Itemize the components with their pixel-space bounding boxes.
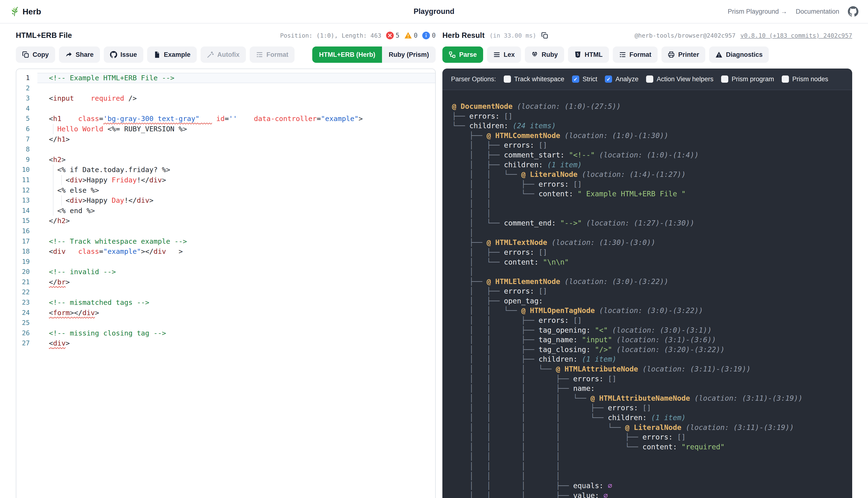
html-button[interactable]: 5 HTML — [568, 47, 609, 63]
ast-line: │ ├── errors: [] — [452, 141, 843, 150]
line-number: 4 — [16, 104, 37, 114]
parser-option-prism-program[interactable]: Prism program — [721, 76, 774, 83]
format-button[interactable]: Format — [250, 47, 295, 63]
code-line[interactable]: 16 — [16, 226, 435, 236]
code-line[interactable]: 5<h1 class='bg-gray-300 text-gray" id=''… — [16, 114, 435, 124]
ast-line: ├── @ HTMLCommentNode (location: (1:0)-(… — [452, 131, 843, 141]
ast-line: │ │ ├── tag_opening: "<" (location: (3:0… — [452, 326, 843, 335]
code-line[interactable]: 21</br> — [16, 277, 435, 287]
code-line[interactable]: 17<!-- Track whitespace example --> — [16, 236, 435, 247]
code-line[interactable]: 20<!-- invalid --> — [16, 267, 435, 277]
checkbox-checked-icon[interactable]: ✓ — [605, 76, 612, 83]
autofix-button[interactable]: Autofix — [201, 47, 246, 63]
code-line[interactable]: 2 — [16, 83, 435, 93]
tab-ruby-prism[interactable]: Ruby (Prism) — [382, 47, 436, 63]
code-line[interactable]: 4 — [16, 104, 435, 114]
line-number: 20 — [16, 267, 37, 277]
result-format-button[interactable]: Format — [613, 47, 658, 63]
ast-line: │ │ ├── errors: [] — [452, 180, 843, 189]
warning-badge-icon — [404, 31, 412, 39]
build-info: @herb-tools/browser@2402c957 v0.8.10 (+1… — [635, 32, 852, 39]
ast-line: │ │ │ ├── equals: ∅ — [452, 481, 843, 491]
code-line[interactable]: 23<!-- mismatched tags --> — [16, 298, 435, 308]
code-line[interactable]: 25 — [16, 318, 435, 328]
line-number: 16 — [16, 226, 37, 236]
indent-guide — [53, 206, 53, 216]
ast-tree: @ DocumentNode (location: (1:0)-(27:5))├… — [443, 90, 852, 498]
line-number: 7 — [16, 134, 37, 145]
line-number: 3 — [16, 93, 37, 104]
example-button[interactable]: Example — [147, 47, 197, 63]
parser-option-prism-nodes[interactable]: Prism nodes — [782, 76, 828, 83]
brand-name: Herb — [23, 7, 41, 16]
parser-option-track-whitespace[interactable]: Track whitespace — [504, 76, 564, 83]
code-line[interactable]: 27<div> — [16, 338, 435, 349]
copy-button[interactable]: Copy — [16, 47, 55, 63]
code-line[interactable]: 1<!-- Example HTML+ERB File --> — [16, 73, 435, 83]
code-line[interactable]: 18<div class="example"></div > — [16, 246, 435, 257]
right-panel-title: Herb Result — [443, 31, 485, 40]
code-line[interactable]: 24<form></div> — [16, 308, 435, 318]
parser-option-strict[interactable]: ✓Strict — [572, 76, 597, 83]
parse-button[interactable]: Parse — [443, 47, 483, 63]
code-line[interactable]: 15</h2> — [16, 216, 435, 226]
ast-line: │ │ — [452, 209, 843, 219]
code-line[interactable]: 11 <div>Happy Friday!</div> — [16, 175, 435, 185]
herb-leaf-icon — [10, 7, 19, 16]
code-line[interactable]: 8 — [16, 144, 435, 155]
parser-options-label: Parser Options: — [451, 76, 496, 83]
ruby-button[interactable]: Ruby — [525, 47, 564, 63]
code-line[interactable]: 6 Hello World <%= RUBY_VERSION %> — [16, 124, 435, 134]
checkbox-icon[interactable] — [504, 76, 511, 83]
share-button[interactable]: Share — [59, 47, 100, 63]
code-line[interactable]: 26<!-- missing closing tag --> — [16, 328, 435, 338]
checkbox-icon[interactable] — [721, 76, 728, 83]
code-line[interactable]: 10 <% if Date.today.friday? %> — [16, 165, 435, 175]
code-line[interactable]: 7</h1> — [16, 134, 435, 145]
code-line[interactable]: 13 <div>Happy Day!</div> — [16, 195, 435, 206]
file-icon — [153, 51, 160, 58]
ast-line: │ ├── errors: [] — [452, 248, 843, 258]
code-line[interactable]: 19 — [16, 257, 435, 267]
lex-button[interactable]: Lex — [487, 47, 521, 63]
indent-guide — [53, 185, 53, 196]
copy-result-icon[interactable] — [541, 32, 548, 39]
code-editor[interactable]: 1<!-- Example HTML+ERB File -->23<input … — [16, 68, 436, 498]
error-badge-icon — [386, 31, 394, 39]
result-column: Herb Result (in 33.00 ms) @herb-tools/br… — [443, 24, 852, 498]
ast-line: │ │ │ │ — [452, 452, 843, 461]
checkbox-checked-icon[interactable]: ✓ — [572, 76, 579, 83]
warning-count: 0 — [414, 32, 418, 39]
nav-prism-playground[interactable]: Prism Playground → — [728, 8, 787, 15]
ast-line: │ └── comment_end: "-->" (location: (1:2… — [452, 218, 843, 228]
printer-button[interactable]: Printer — [661, 47, 705, 63]
ast-line: │ │ │ │ — [452, 461, 843, 471]
lex-list-icon — [493, 51, 500, 58]
issue-button[interactable]: Issue — [104, 47, 143, 63]
version-link[interactable]: v0.8.10 (+183 commits) 2402c957 — [740, 32, 852, 39]
ast-line: │ │ │ │ — [452, 471, 843, 481]
github-icon — [110, 51, 117, 58]
app-header: Herb Playground Prism Playground → Docum… — [0, 0, 868, 24]
code-line[interactable]: 14 <% end %> — [16, 206, 435, 216]
code-line[interactable]: 3<input required /> — [16, 93, 435, 104]
code-line[interactable]: 9<h2> — [16, 155, 435, 165]
parser-option-analyze[interactable]: ✓Analyze — [605, 76, 639, 83]
github-icon[interactable] — [848, 6, 858, 17]
source-toolbar: Copy Share Issue Example Autofix — [16, 47, 436, 63]
checkbox-icon[interactable] — [782, 76, 789, 83]
diagnostics-button[interactable]: Diagnostics — [709, 47, 769, 63]
checkbox-icon[interactable] — [646, 76, 653, 83]
code-line[interactable]: 12 <% else %> — [16, 185, 435, 196]
nav-documentation[interactable]: Documentation — [795, 8, 839, 15]
tab-html-erb-herb[interactable]: HTML+ERB (Herb) — [312, 47, 382, 63]
parser-option-label: Prism nodes — [792, 76, 828, 83]
parser-option-action-view-helpers[interactable]: Action View helpers — [646, 76, 713, 83]
ast-line: │ │ │ └── @ HTMLAttributeNode (location:… — [452, 364, 843, 374]
parse-timing: (in 33.00 ms) — [489, 32, 536, 39]
ast-line: └── children: (24 items) — [452, 121, 843, 131]
svg-text:5: 5 — [577, 52, 579, 57]
build-id: @herb-tools/browser@2402c957 — [635, 32, 736, 39]
code-line[interactable]: 22 — [16, 287, 435, 298]
ast-line: ├── errors: [] — [452, 112, 843, 121]
